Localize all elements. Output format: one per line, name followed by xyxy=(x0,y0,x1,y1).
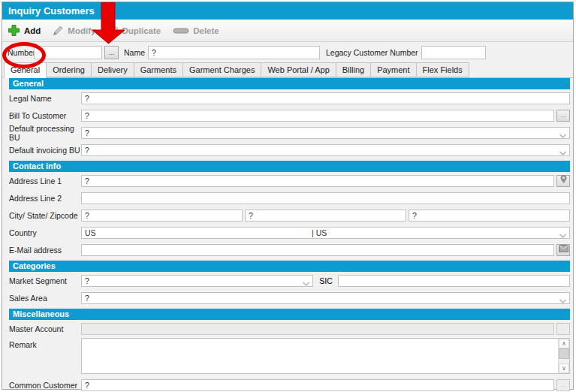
common-customer-row: Common Customer ... xyxy=(9,376,570,392)
sales-area-row: Sales Area ? xyxy=(9,289,570,306)
tab-flex-fields[interactable]: Flex Fields xyxy=(416,62,469,77)
legal-name-label: Legal Name xyxy=(9,94,81,103)
country-label: Country xyxy=(9,228,81,237)
default-processing-bu-label: Default processing BU xyxy=(9,124,81,142)
default-invoicing-bu-select[interactable]: ? xyxy=(81,144,570,156)
default-processing-bu-value: ? xyxy=(85,128,566,138)
modify-button[interactable]: Modify xyxy=(53,25,95,36)
master-account-row: Master Account ... xyxy=(9,320,570,337)
bill-to-customer-row: Bill To Customer ... xyxy=(9,107,570,124)
window-title: Inquiry Customers xyxy=(2,2,573,20)
common-customer-browse-button[interactable]: ... xyxy=(556,379,570,391)
default-invoicing-bu-row: Default invoicing BU ? xyxy=(9,141,570,158)
number-input[interactable] xyxy=(34,46,102,59)
remark-scrollbar[interactable]: ∧ ∨ xyxy=(558,339,569,373)
section-miscellaneous-header: Miscellaneous xyxy=(9,309,570,320)
market-segment-value: ? xyxy=(85,276,309,286)
market-segment-select[interactable]: ? xyxy=(81,275,313,287)
location-pin-icon xyxy=(559,174,568,187)
section-categories-header: Categories xyxy=(9,261,570,272)
chevron-down-icon xyxy=(559,296,567,306)
bill-to-customer-label: Bill To Customer xyxy=(9,111,81,120)
address-line-1-row: Address Line 1 xyxy=(9,172,570,189)
remark-text xyxy=(82,339,558,373)
default-invoicing-bu-label: Default invoicing BU xyxy=(9,146,81,155)
send-email-button[interactable] xyxy=(556,244,570,256)
section-general-header: General xyxy=(9,78,570,89)
name-label: Name xyxy=(124,48,145,57)
plus-icon xyxy=(8,24,20,37)
duplicate-button-label: Duplicate xyxy=(122,26,161,35)
zipcode-input[interactable] xyxy=(409,210,570,222)
section-contact-info-header: Contact info xyxy=(9,161,570,172)
address-line-2-row: Address Line 2 xyxy=(9,189,570,207)
tab-garments[interactable]: Garments xyxy=(134,62,182,77)
market-segment-label: Market Segment xyxy=(9,276,81,285)
legal-name-input[interactable] xyxy=(81,92,570,104)
bar-icon xyxy=(173,26,189,36)
state-input[interactable] xyxy=(245,210,406,222)
chevron-down-icon xyxy=(302,279,310,289)
city-input[interactable] xyxy=(81,210,243,222)
inquiry-customers-window: Inquiry Customers Add Modify Duplicate D… xyxy=(2,2,574,390)
tab-billing[interactable]: Billing xyxy=(336,62,370,77)
common-customer-input[interactable] xyxy=(81,379,554,391)
legal-name-row: Legal Name xyxy=(9,89,570,107)
tab-web-portal-app[interactable]: Web Portal / App xyxy=(261,62,335,77)
toolbar: Add Modify Duplicate Delete xyxy=(2,20,573,42)
master-account-label: Master Account xyxy=(9,324,81,333)
default-processing-bu-select[interactable]: ? xyxy=(81,127,570,139)
delete-button-label: Delete xyxy=(193,26,219,35)
scroll-down-icon[interactable]: ∨ xyxy=(559,363,569,373)
general-tab-content: General Legal Name Bill To Customer ... … xyxy=(2,78,573,392)
address-line-2-label: Address Line 2 xyxy=(9,194,81,203)
number-browse-button[interactable]: ... xyxy=(104,46,119,59)
remark-row: Remark ∧ ∨ xyxy=(9,337,570,376)
copy-icon xyxy=(107,26,118,36)
master-account-input xyxy=(81,323,554,335)
tab-ordering[interactable]: Ordering xyxy=(46,62,91,77)
pencil-icon xyxy=(53,25,64,36)
scroll-up-icon[interactable]: ∧ xyxy=(559,339,569,348)
market-segment-row: Market Segment ? SIC xyxy=(9,272,570,289)
address-lookup-button[interactable] xyxy=(556,175,570,187)
remark-label: Remark xyxy=(9,337,81,349)
add-button-label: Add xyxy=(24,26,41,35)
modify-button-label: Modify xyxy=(68,26,95,35)
address-line-2-input[interactable] xyxy=(81,192,570,204)
chevron-down-icon xyxy=(559,131,567,141)
tab-general[interactable]: General xyxy=(4,62,46,78)
country-select[interactable]: US | US xyxy=(81,227,570,239)
name-input[interactable] xyxy=(148,46,320,59)
tab-garment-charges[interactable]: Garment Charges xyxy=(182,62,261,77)
tab-bar: General Ordering Delivery Garments Garme… xyxy=(2,62,573,78)
chevron-down-icon xyxy=(559,148,567,158)
legacy-customer-number-input[interactable] xyxy=(421,46,486,59)
address-line-1-input[interactable] xyxy=(81,175,554,187)
sales-area-label: Sales Area xyxy=(9,294,81,303)
add-button[interactable]: Add xyxy=(8,24,41,37)
city-state-zip-label: City/ State/ Zipcode xyxy=(9,211,81,220)
default-invoicing-bu-value: ? xyxy=(85,145,566,155)
sales-area-select[interactable]: ? xyxy=(81,292,570,304)
master-account-browse-button: ... xyxy=(556,323,570,335)
scrollbar-thumb[interactable] xyxy=(559,348,569,359)
duplicate-button[interactable]: Duplicate xyxy=(107,26,161,36)
email-input[interactable] xyxy=(81,244,554,256)
legacy-customer-number-label: Legacy Customer Number xyxy=(326,48,418,57)
sic-label: SIC xyxy=(319,276,333,285)
email-label: E-Mail address xyxy=(9,246,81,255)
bill-to-customer-input[interactable] xyxy=(81,110,554,122)
envelope-icon xyxy=(559,245,568,255)
bill-to-customer-browse-button[interactable]: ... xyxy=(556,110,570,122)
country-row: Country US | US xyxy=(9,224,570,241)
chevron-down-icon xyxy=(559,231,567,241)
default-processing-bu-row: Default processing BU ? xyxy=(9,124,570,141)
remark-textarea[interactable]: ∧ ∨ xyxy=(81,338,570,374)
tab-delivery[interactable]: Delivery xyxy=(91,62,134,77)
delete-button[interactable]: Delete xyxy=(173,26,219,36)
address-line-1-label: Address Line 1 xyxy=(9,176,81,185)
tab-payment[interactable]: Payment xyxy=(370,62,415,77)
sales-area-value: ? xyxy=(85,293,566,303)
sic-input[interactable] xyxy=(338,275,570,287)
